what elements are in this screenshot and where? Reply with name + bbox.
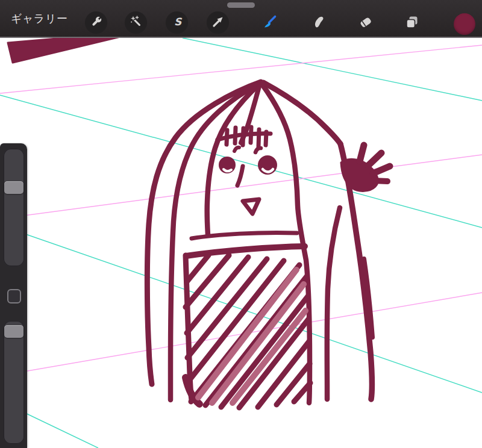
smudge-finger-icon	[312, 15, 327, 31]
top-toolbar: ギャラリー	[0, 0, 482, 38]
svg-text:S: S	[174, 16, 182, 28]
gallery-button[interactable]: ギャラリー	[11, 0, 67, 37]
magic-wand-icon	[130, 15, 143, 30]
opacity-slider[interactable]	[4, 321, 24, 444]
canvas-svg	[0, 38, 482, 448]
erase-button[interactable]	[355, 13, 376, 33]
drawing-canvas[interactable]	[0, 38, 482, 448]
transform-button[interactable]	[207, 11, 229, 34]
color-swatch-button[interactable]	[454, 13, 475, 35]
wrench-icon	[90, 15, 103, 30]
selection-button[interactable]: S	[166, 11, 188, 34]
smudge-button[interactable]	[309, 13, 330, 33]
layers-icon	[405, 15, 419, 31]
adjustments-button[interactable]	[125, 11, 147, 34]
modify-button[interactable]	[7, 289, 21, 303]
actions-button[interactable]	[85, 11, 107, 34]
move-arrow-icon	[211, 15, 225, 30]
left-sidebar	[0, 143, 27, 448]
s-icon: S	[171, 15, 184, 30]
brush-icon	[262, 14, 278, 32]
layers-button[interactable]	[402, 13, 422, 33]
paint-button[interactable]	[260, 13, 280, 33]
eraser-icon	[358, 15, 373, 31]
opacity-handle[interactable]	[4, 325, 23, 338]
brush-size-slider[interactable]	[4, 149, 24, 266]
brush-size-handle[interactable]	[4, 181, 23, 194]
home-indicator[interactable]	[227, 2, 255, 8]
